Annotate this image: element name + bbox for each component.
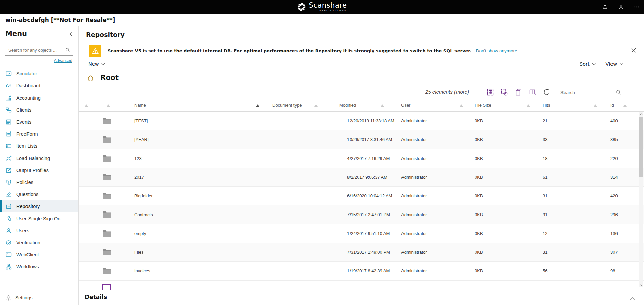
table-row[interactable]: Big folder6/16/2020 10:04:12 AMAdministr… [79, 187, 644, 205]
list-search-input[interactable] [557, 87, 624, 98]
freeform-icon [5, 131, 12, 137]
details-panel-header[interactable]: Details [79, 290, 644, 305]
breadcrumb-root[interactable]: Root [100, 74, 119, 82]
folder-icon [102, 136, 134, 143]
sort-dropdown[interactable]: Sort [580, 61, 596, 67]
table-row[interactable]: Contracts7/15/2017 2:47:01 PMAdministrat… [79, 205, 644, 224]
scrollbar-thumb[interactable] [639, 117, 643, 177]
sidebar-item-label: Workflows [16, 264, 39, 269]
cell-modified: 1/19/2017 8:42:39 AM [347, 268, 401, 273]
sidebar-collapse-icon[interactable] [69, 32, 73, 38]
table-row[interactable]: 1234/27/2017 7:16:29 AMAdministrator0KB1… [79, 149, 644, 168]
close-icon[interactable] [631, 48, 636, 54]
column-header-doctype[interactable]: Document type [272, 103, 302, 108]
sidebar-item-item-lists[interactable]: Item Lists [0, 140, 78, 152]
sidebar-item-user-sso[interactable]: User Single Sign On [0, 212, 78, 225]
duplicate-icon[interactable] [515, 88, 523, 96]
folder-icon [102, 267, 134, 274]
sidebar-item-verification[interactable]: Verification [0, 237, 78, 249]
sidebar-item-questions[interactable]: Questions [0, 188, 78, 200]
search-icon [615, 89, 622, 97]
scroll-up-icon[interactable] [639, 112, 643, 116]
sidebar-item-users[interactable]: Users [0, 225, 78, 237]
table-row[interactable]: Files7/31/2017 1:49:00 PMAdministrator0K… [79, 243, 644, 262]
column-header-hits[interactable]: Hits [543, 103, 550, 108]
folder-icon [102, 211, 134, 218]
sidebar-search-input[interactable] [5, 45, 73, 56]
sidebar-item-load-balancing[interactable]: Load Balancing [0, 152, 78, 164]
new-dropdown[interactable]: New [88, 61, 105, 67]
sidebar-item-simulator[interactable]: Simulator [0, 68, 78, 80]
cell-user: Administrator [401, 231, 475, 236]
sidebar-item-webclient[interactable]: WebClient [0, 249, 78, 261]
sidebar-item-settings[interactable]: Settings [0, 292, 78, 303]
sort-triangle-icon[interactable] [594, 104, 597, 107]
home-icon[interactable] [87, 75, 94, 83]
table-row[interactable]: [YEAR]10/26/2017 8:31:46 AMAdministrator… [79, 130, 644, 149]
sidebar-item-repository[interactable]: Repository [0, 200, 78, 212]
table-row[interactable]: empty1/24/2017 9:51:10 AMAdministrator0K… [79, 224, 644, 243]
events-icon [5, 119, 12, 125]
column-header-user[interactable]: User [401, 103, 410, 108]
cell-size: 0KB [475, 175, 543, 180]
window-title: win-abcdefgh [**Not For Resale**] [5, 17, 115, 23]
sidebar-item-freeform[interactable]: FreeForm [0, 128, 78, 140]
table-row[interactable]: Invoices1/19/2017 8:42:39 AMAdministrato… [79, 262, 644, 281]
folder-icon [102, 155, 134, 162]
cell-hits: 31 [543, 193, 610, 198]
sort-triangle-icon[interactable] [527, 104, 530, 107]
cell-size: 0KB [475, 193, 543, 198]
sort-triangle-icon[interactable] [460, 104, 463, 107]
policies-icon [5, 179, 12, 186]
sort-triangle-icon[interactable] [85, 104, 88, 107]
load-balancing-icon [5, 155, 12, 162]
sidebar-item-label: WebClient [16, 252, 39, 257]
column-header-modified[interactable]: Modified [339, 103, 356, 108]
sort-triangle-active-icon[interactable] [256, 104, 259, 107]
search-icon [65, 47, 71, 54]
sidebar-item-label: Verification [16, 240, 40, 245]
cell-name: [YEAR] [134, 137, 347, 142]
cell-name: Files [134, 250, 347, 255]
reload-icon[interactable] [543, 88, 551, 96]
chevron-down-icon [620, 63, 623, 65]
cell-name: Invoices [134, 268, 347, 273]
column-header-filesize[interactable]: File Size [475, 103, 491, 108]
scroll-down-icon[interactable] [639, 283, 643, 287]
chevron-up-icon[interactable] [630, 295, 635, 301]
sidebar-item-clients[interactable]: Clients [0, 104, 78, 116]
sidebar-item-output-profiles[interactable]: Output Profiles [0, 164, 78, 176]
table-row[interactable]: 20178/2/2017 9:06:37 AMAdministrator0KB6… [79, 168, 644, 187]
cell-size: 0KB [475, 212, 543, 217]
table-header: Name Document type Modified User File Si… [79, 99, 644, 112]
sort-triangle-icon[interactable] [381, 104, 384, 107]
advanced-link[interactable]: Advanced [54, 58, 72, 63]
sort-triangle-icon[interactable] [314, 104, 318, 107]
more-ellipsis-icon[interactable] [633, 4, 640, 10]
sidebar-item-events[interactable]: Events [0, 116, 78, 128]
cell-name: Contracts [134, 212, 347, 217]
table-row[interactable]: [TEST]12/20/2019 11:33:18 AMAdministrato… [79, 112, 644, 130]
notifications-bell-icon[interactable] [602, 4, 608, 10]
column-header-id[interactable]: Id [610, 103, 614, 108]
sidebar-item-accounting[interactable]: Accounting [0, 92, 78, 104]
column-header-name[interactable]: Name [134, 103, 146, 108]
sidebar-item-workflows[interactable]: Workflows [0, 261, 78, 273]
cell-hits: 91 [543, 212, 610, 217]
sidebar-item-policies[interactable]: Policies [0, 176, 78, 188]
view-dropdown[interactable]: View [606, 61, 623, 67]
vertical-scrollbar[interactable] [639, 112, 643, 287]
banner-dismiss-link[interactable]: Don't show anymore [476, 48, 517, 53]
sort-triangle-icon[interactable] [107, 104, 110, 107]
table-row-partial[interactable] [79, 281, 644, 290]
refresh-selection-icon[interactable] [500, 88, 508, 96]
cell-modified: 4/27/2017 7:16:29 AM [347, 156, 401, 161]
cell-user: Administrator [401, 250, 475, 255]
table-view-icon[interactable] [486, 88, 494, 96]
gear-icon [5, 295, 12, 301]
sidebar-item-dashboard[interactable]: Dashboard [0, 80, 78, 92]
account-person-icon[interactable] [618, 4, 624, 10]
cell-name: empty [134, 231, 347, 236]
columns-remove-icon[interactable] [529, 88, 537, 96]
sort-triangle-icon[interactable] [623, 104, 627, 107]
